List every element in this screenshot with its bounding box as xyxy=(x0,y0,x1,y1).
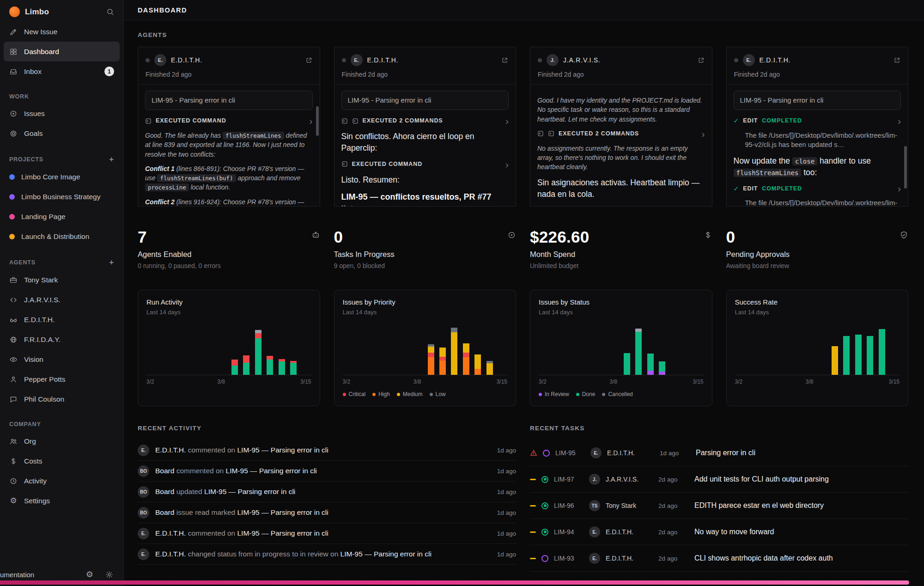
activity-row[interactable]: E.E.D.I.T.H. commented on LIM-95 — Parsi… xyxy=(138,523,516,544)
open-external-icon[interactable] xyxy=(305,57,312,64)
dollar-icon xyxy=(9,457,18,465)
sidebar-item-costs[interactable]: Costs xyxy=(0,451,123,471)
text-span: too: xyxy=(801,168,817,177)
text-span: No assignments currently. The response i… xyxy=(537,145,688,171)
chart-bar-segment xyxy=(474,369,481,375)
chart-slot xyxy=(539,323,550,375)
task-row[interactable]: LIM-95E.E.D.I.T.H.1d agoParsing error in… xyxy=(530,440,908,466)
sidebar-item-limbo-core-image[interactable]: Limbo Core Image xyxy=(0,167,123,187)
stat-value: 7 xyxy=(138,228,147,246)
chart-slot xyxy=(794,323,805,375)
text-span: Good. The file already has xyxy=(145,132,223,139)
task-avatar: J. xyxy=(589,474,600,485)
settings-icon[interactable]: ⚙ xyxy=(86,570,93,579)
chevron-right-icon: › xyxy=(898,183,901,193)
sidebar-item-new-issue[interactable]: New Issue xyxy=(0,22,123,42)
comment-link[interactable]: Sin asignaciones activas. Heartbeat limp… xyxy=(543,206,705,207)
recent-tasks-section: RECENT TASKS LIM-95E.E.D.I.T.H.1d agoPar… xyxy=(530,425,908,572)
theme-toggle-sun-icon[interactable] xyxy=(105,571,113,579)
sidebar-item-tony-stark[interactable]: Tony Stark xyxy=(0,270,123,290)
chart-slot xyxy=(229,323,240,375)
executed-command-row[interactable]: EXECUTED 2 COMMANDS› xyxy=(537,129,705,139)
x-tick-label: 3/8 xyxy=(609,378,617,385)
agent-card-header: E.E.D.I.T.H. xyxy=(334,47,516,66)
activity-row[interactable]: E.E.D.I.T.H. commented on LIM-95 — Parsi… xyxy=(138,440,516,461)
stat-head: 0 xyxy=(334,228,517,246)
chart-issues-by-status: Issues by StatusLast 14 days3/23/83/15In… xyxy=(530,290,712,406)
search-icon[interactable] xyxy=(106,8,114,16)
task-row[interactable]: LIM-97J.J.A.R.V.I.S.2d agoAdd unit tests… xyxy=(530,466,908,493)
activity-row[interactable]: BOBoard issue read marked LIM-95 — Parsi… xyxy=(138,502,516,523)
chart-bar-segment xyxy=(290,363,297,375)
chart-bar xyxy=(255,330,261,375)
activity-target: LIM-95 — Parsing error in cli xyxy=(204,488,295,495)
chart-bar-segment xyxy=(463,353,469,357)
sidebar-item-landing-page[interactable]: Landing Page xyxy=(0,207,123,226)
activity-row[interactable]: E.E.D.I.T.H. changed status from in prog… xyxy=(138,544,516,565)
chart-slot xyxy=(633,323,644,375)
agent-name: J.A.R.V.I.S. xyxy=(563,56,601,64)
sidebar-item-settings[interactable]: ⚙Settings xyxy=(0,491,123,511)
task-row[interactable]: LIM-94E.E.D.I.T.H.2d agoNo way to move f… xyxy=(530,519,908,545)
sidebar-item-j-a-r-v-i-s[interactable]: J.A.R.V.I.S. xyxy=(0,290,123,310)
chart-bar-segment xyxy=(879,329,885,375)
open-external-icon[interactable] xyxy=(698,57,705,64)
card-scrollbar-thumb[interactable] xyxy=(904,146,907,189)
sidebar-item-dashboard[interactable]: Dashboard xyxy=(4,42,120,61)
chart-success-rate: Success RateLast 14 days3/23/83/15 xyxy=(726,290,909,406)
executed-command-row[interactable]: EXECUTED COMMAND› xyxy=(145,116,313,126)
sidebar-item-org[interactable]: Org xyxy=(0,431,123,451)
sidebar-item-label: Landing Page xyxy=(21,213,66,221)
add-agents-button[interactable]: + xyxy=(109,258,114,266)
task-input[interactable]: LIM-95 - Parsing error in cli xyxy=(145,91,313,110)
open-external-icon[interactable] xyxy=(894,57,900,64)
chart-bar xyxy=(451,328,457,375)
chart-bar-segment xyxy=(463,343,469,353)
add-projects-button[interactable]: + xyxy=(109,155,114,163)
edit-completed-row[interactable]: ✓EDITCOMPLETED› xyxy=(734,116,901,126)
sidebar-item-activity[interactable]: Activity xyxy=(0,471,123,491)
chart-bar xyxy=(439,348,446,375)
card-scrollbar-thumb[interactable] xyxy=(316,106,319,136)
sidebar-item-e-d-i-t-h[interactable]: E.D.I.T.H. xyxy=(0,310,123,330)
text-span: LIM-95 — conflictos resueltos, PR #77 li… xyxy=(341,192,492,207)
sidebar-item-launch-distribution[interactable]: Launch & Distribution xyxy=(0,226,123,246)
task-row[interactable]: LIM-93E.E.D.I.T.H.2d agoCLI shows antrho… xyxy=(530,545,908,572)
status-done-icon xyxy=(541,502,548,509)
executed-command-row[interactable]: EXECUTED 2 COMMANDS› xyxy=(341,116,509,126)
executed-command-row[interactable]: EXECUTED COMMAND› xyxy=(341,159,509,169)
agent-message: Conflict 2 (lines 916-924): Choose PR #7… xyxy=(145,197,313,207)
activity-text: E.D.I.T.H. changed status from in progre… xyxy=(155,550,432,558)
recent-activity-section: RECENT ACTIVITY E.E.D.I.T.H. commented o… xyxy=(138,425,516,572)
task-input[interactable]: LIM-95 - Parsing error in cli xyxy=(734,91,901,110)
chart-bar-segment xyxy=(255,330,261,333)
documentation-link[interactable]: umentation xyxy=(0,571,34,579)
task-input[interactable]: LIM-95 - Parsing error in cli xyxy=(341,91,509,110)
sidebar-item-inbox[interactable]: Inbox1 xyxy=(0,61,123,81)
inline-code: close xyxy=(792,157,817,165)
chart-bar-segment xyxy=(428,347,434,353)
activity-row[interactable]: BOBoard updated LIM-95 — Parsing error i… xyxy=(138,482,516,502)
task-id: LIM-93 xyxy=(554,555,584,562)
edit-completed-row[interactable]: ✓EDITCOMPLETED› xyxy=(734,183,901,193)
task-agent-name: E.D.I.T.H. xyxy=(606,528,653,536)
sidebar-item-phil-coulson[interactable]: Phil Coulson xyxy=(0,389,123,409)
stat-label: Agents Enabled xyxy=(138,250,320,259)
task-row[interactable]: LIM-96TSTony Stark2d agoEDITH parece est… xyxy=(530,493,908,519)
sidebar-item-f-r-i-d-a-y[interactable]: F.R.I.D.A.Y. xyxy=(0,330,123,349)
chart-slot xyxy=(343,323,354,375)
chart-slot xyxy=(378,323,389,375)
sidebar-item-issues[interactable]: Issues xyxy=(0,104,123,123)
stat-value: $226.60 xyxy=(530,228,590,246)
sidebar-item-vision[interactable]: Vision xyxy=(0,349,123,369)
shield-icon xyxy=(900,231,908,239)
sidebar-item-pepper-potts[interactable]: Pepper Potts xyxy=(0,369,123,389)
gear-icon: ⚙ xyxy=(9,497,18,505)
chart-slot xyxy=(299,323,311,375)
sidebar-item-limbo-business-strategy[interactable]: Limbo Business Strategy xyxy=(0,187,123,207)
activity-row[interactable]: BOBoard commented on LIM-95 — Parsing er… xyxy=(138,461,516,482)
task-avatar: E. xyxy=(589,553,600,564)
x-tick-label: 3/15 xyxy=(889,378,900,385)
sidebar-item-goals[interactable]: Goals xyxy=(0,123,123,143)
open-external-icon[interactable] xyxy=(501,57,508,64)
